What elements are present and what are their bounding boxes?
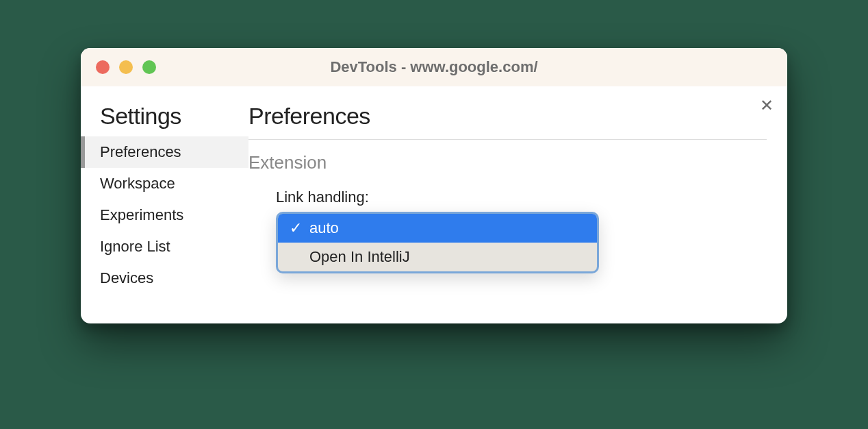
- dropdown-option-label: Open In IntelliJ: [309, 248, 410, 266]
- settings-sidebar: Settings Preferences Workspace Experimen…: [81, 86, 248, 323]
- window-minimize-dot[interactable]: [119, 60, 133, 74]
- dropdown-option-label: auto: [309, 219, 339, 237]
- sidebar-item-label: Devices: [100, 269, 153, 286]
- sidebar-item-devices[interactable]: Devices: [81, 262, 248, 294]
- check-icon: ✓: [289, 219, 303, 237]
- sidebar-item-experiments[interactable]: Experiments: [81, 199, 248, 231]
- sidebar-item-preferences[interactable]: Preferences: [81, 136, 248, 168]
- link-handling-setting: Link handling: ✓ auto Open In IntelliJ: [248, 188, 767, 273]
- close-icon[interactable]: ✕: [760, 96, 774, 115]
- window-controls: [96, 60, 156, 74]
- sidebar-item-workspace[interactable]: Workspace: [81, 168, 248, 199]
- setting-label: Link handling:: [276, 188, 767, 206]
- sidebar-title: Settings: [81, 103, 248, 130]
- titlebar: DevTools - www.google.com/: [81, 48, 787, 86]
- link-handling-dropdown[interactable]: ✓ auto Open In IntelliJ: [276, 212, 599, 273]
- sidebar-item-label: Experiments: [100, 206, 183, 223]
- window-body: ✕ Settings Preferences Workspace Experim…: [81, 86, 787, 323]
- dropdown-option-intellij[interactable]: Open In IntelliJ: [278, 243, 597, 271]
- sidebar-item-label: Workspace: [100, 175, 175, 192]
- devtools-window: DevTools - www.google.com/ ✕ Settings Pr…: [81, 48, 787, 323]
- sidebar-item-label: Ignore List: [100, 238, 170, 255]
- sidebar-item-ignore-list[interactable]: Ignore List: [81, 231, 248, 262]
- window-title: DevTools - www.google.com/: [81, 58, 787, 76]
- section-title: Extension: [248, 152, 767, 173]
- dropdown-option-auto[interactable]: ✓ auto: [278, 214, 597, 243]
- sidebar-item-label: Preferences: [100, 143, 181, 160]
- window-zoom-dot[interactable]: [142, 60, 156, 74]
- preferences-panel: Preferences Extension Link handling: ✓ a…: [248, 86, 787, 323]
- window-close-dot[interactable]: [96, 60, 110, 74]
- panel-title: Preferences: [248, 103, 767, 140]
